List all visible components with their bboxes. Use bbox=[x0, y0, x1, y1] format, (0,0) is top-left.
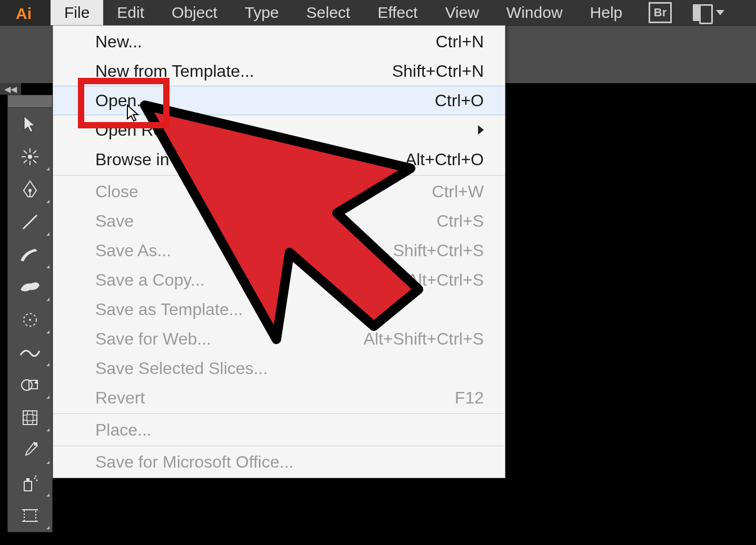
selection-tool[interactable] bbox=[8, 108, 52, 140]
submenu-arrow-icon bbox=[478, 125, 484, 135]
svg-point-23 bbox=[35, 476, 37, 477]
blob-brush-icon bbox=[19, 279, 41, 295]
menuitem-save-for-web-shortcut: Alt+Shift+Ctrl+S bbox=[363, 329, 484, 349]
menuitem-close-label: Close bbox=[95, 182, 138, 201]
menuitem-new-from-template-shortcut: Shift+Ctrl+N bbox=[392, 62, 484, 81]
menuitem-save-shortcut: Ctrl+S bbox=[436, 211, 484, 231]
pen-tool[interactable] bbox=[8, 173, 52, 206]
menu-view[interactable]: View bbox=[431, 0, 492, 25]
menu-object-label: Object bbox=[172, 4, 217, 22]
menubar: Ai File Edit Object Type Select Effect V… bbox=[0, 0, 756, 25]
menuitem-save: Save Ctrl+S bbox=[53, 206, 505, 236]
menuitem-save-as-shortcut: Shift+Ctrl+S bbox=[393, 241, 484, 260]
canvas-area bbox=[505, 25, 756, 545]
svg-point-9 bbox=[28, 155, 32, 159]
menuitem-browse-bridge-shortcut: Alt+Ctrl+O bbox=[405, 150, 484, 169]
menu-help-label: Help bbox=[590, 4, 623, 22]
menuitem-new-from-template[interactable]: New from Template... Shift+Ctrl+N bbox=[53, 56, 505, 86]
menu-help[interactable]: Help bbox=[576, 0, 636, 25]
artboard-icon bbox=[21, 508, 39, 523]
menuitem-save-for-web-label: Save for Web... bbox=[95, 329, 211, 349]
menu-edit-label: Edit bbox=[117, 4, 144, 22]
eyedropper-icon bbox=[22, 441, 38, 459]
menuitem-save-copy-label: Save a Copy... bbox=[95, 270, 205, 290]
menuitem-close-shortcut: Ctrl+W bbox=[432, 182, 484, 201]
menuitem-browse-bridge-label: Browse in Bridge... bbox=[95, 150, 237, 169]
paintbrush-tool[interactable] bbox=[8, 238, 52, 271]
bridge-badge-label: Br bbox=[654, 6, 667, 19]
menuitem-close: Close Ctrl+W bbox=[53, 177, 505, 206]
svg-line-12 bbox=[23, 215, 37, 229]
menu-object[interactable]: Object bbox=[158, 0, 231, 25]
menuitem-save-ms-office: Save for Microsoft Office... bbox=[53, 447, 505, 477]
menu-window-label: Window bbox=[506, 4, 563, 22]
blob-brush-tool[interactable] bbox=[8, 271, 52, 304]
menu-effect-label: Effect bbox=[377, 4, 417, 22]
line-segment-tool[interactable] bbox=[8, 206, 52, 238]
menuitem-new-from-template-label: New from Template... bbox=[95, 62, 254, 81]
svg-line-5 bbox=[24, 150, 27, 154]
pen-nib-icon bbox=[22, 180, 38, 199]
shape-builder-icon bbox=[21, 377, 39, 393]
menu-type-label: Type bbox=[245, 4, 279, 22]
menuitem-new-label: New... bbox=[95, 32, 142, 52]
magic-wand-icon bbox=[21, 147, 39, 166]
bridge-badge-icon[interactable]: Br bbox=[649, 2, 672, 23]
paintbrush-icon bbox=[19, 246, 41, 264]
menu-type[interactable]: Type bbox=[231, 0, 293, 25]
svg-rect-20 bbox=[26, 478, 29, 481]
magic-wand-tool[interactable] bbox=[8, 140, 52, 173]
mesh-tool[interactable] bbox=[8, 401, 52, 434]
chevron-down-icon bbox=[716, 10, 724, 15]
menuitem-revert: Revert F12 bbox=[53, 383, 505, 412]
menuitem-open-recent-label: Open Recent Files bbox=[95, 120, 235, 140]
workspace-icon bbox=[693, 4, 713, 21]
workspace-switcher[interactable] bbox=[693, 4, 724, 21]
menuitem-save-copy-shortcut: Alt+Ctrl+S bbox=[407, 270, 484, 290]
menuitem-revert-shortcut: F12 bbox=[455, 388, 484, 408]
menuitem-save-label: Save bbox=[95, 211, 134, 231]
svg-rect-19 bbox=[24, 481, 32, 491]
mesh-grid-icon bbox=[22, 409, 38, 426]
menuitem-save-as: Save As... Shift+Ctrl+S bbox=[53, 236, 505, 265]
menu-window[interactable]: Window bbox=[493, 0, 576, 25]
app-logo: Ai bbox=[0, 0, 51, 25]
menuitem-browse-bridge[interactable]: Browse in Bridge... Alt+Ctrl+O bbox=[53, 145, 505, 174]
spray-can-icon bbox=[21, 474, 39, 492]
width-tool[interactable] bbox=[8, 336, 52, 369]
menuitem-save-template: Save as Template... bbox=[53, 295, 505, 324]
menu-effect[interactable]: Effect bbox=[364, 0, 431, 25]
menuitem-place-label: Place... bbox=[95, 420, 152, 440]
menu-view-label: View bbox=[445, 4, 479, 22]
symbol-sprayer-tool[interactable] bbox=[8, 467, 52, 499]
cursor-arrow-icon bbox=[22, 115, 38, 133]
svg-point-22 bbox=[36, 480, 38, 481]
menu-file[interactable]: File bbox=[51, 0, 103, 25]
menuitem-open-recent[interactable]: Open Recent Files bbox=[53, 115, 505, 145]
svg-line-7 bbox=[33, 150, 36, 154]
svg-point-21 bbox=[34, 478, 36, 479]
menuitem-open-shortcut: Ctrl+O bbox=[435, 91, 484, 110]
menu-select[interactable]: Select bbox=[293, 0, 364, 25]
menuitem-open[interactable]: Open... Ctrl+O bbox=[53, 86, 505, 115]
artboard-tool[interactable] bbox=[8, 499, 52, 532]
rotate-tool[interactable] bbox=[8, 304, 52, 336]
rotate-icon bbox=[21, 311, 39, 329]
free-transform-tool[interactable] bbox=[8, 369, 52, 401]
eyedropper-tool[interactable] bbox=[8, 434, 52, 467]
svg-rect-18 bbox=[34, 442, 37, 446]
tools-panel bbox=[7, 95, 53, 532]
menu-edit[interactable]: Edit bbox=[103, 0, 158, 25]
svg-point-14 bbox=[29, 319, 31, 321]
svg-line-8 bbox=[24, 160, 27, 163]
menuitem-place: Place... bbox=[53, 415, 505, 445]
panel-collapse-toggle[interactable]: ◀◀ bbox=[0, 83, 21, 95]
menuitem-save-slices-label: Save Selected Slices... bbox=[95, 359, 267, 378]
menuitem-new-shortcut: Ctrl+N bbox=[435, 32, 484, 52]
illustrator-logo-icon: Ai bbox=[15, 3, 36, 22]
menuitem-save-as-label: Save As... bbox=[95, 241, 171, 260]
width-wave-icon bbox=[19, 345, 41, 360]
menuitem-new[interactable]: New... Ctrl+N bbox=[53, 27, 505, 56]
menu-select-label: Select bbox=[306, 4, 350, 22]
menu-file-label: File bbox=[64, 4, 89, 22]
